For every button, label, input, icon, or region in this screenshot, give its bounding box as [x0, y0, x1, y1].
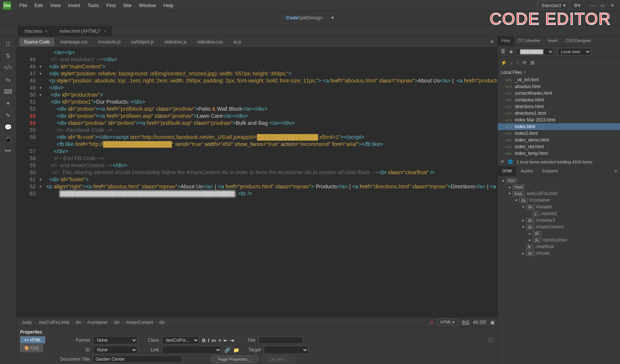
preview-icon[interactable]: ▣	[490, 320, 494, 325]
html-mode-button[interactable]: <> HTML	[20, 336, 45, 344]
mobile-icon[interactable]: 📱	[4, 134, 13, 143]
link-folder-icon[interactable]: 📁	[233, 347, 239, 353]
source-tab[interactable]: Source Code	[19, 38, 54, 46]
manage-sites-icon[interactable]: ⇅	[4, 51, 13, 60]
link-chain-icon[interactable]: 🔗	[224, 347, 230, 353]
put-icon[interactable]: ↓	[510, 60, 513, 65]
file-row[interactable]: </>index_demo.html	[498, 137, 620, 143]
brush-icon[interactable]: ✎	[4, 111, 13, 120]
error-icon[interactable]: ⊘	[430, 320, 434, 325]
breadcrumb-item[interactable]: div	[156, 319, 168, 326]
help-icon[interactable]: ⓘ	[488, 337, 493, 344]
minimize-icon[interactable]: —	[588, 2, 598, 9]
source-tab[interactable]: swfobject.js	[127, 38, 159, 46]
panel-tab[interactable]: Insert	[544, 36, 562, 46]
file-row[interactable]: </>index Mar 2013.html	[498, 117, 620, 123]
menu-icon[interactable]: ≡	[612, 167, 620, 176]
breadcrumb-item[interactable]: #mainContent	[123, 319, 156, 326]
dom-tab[interactable]: Snippets	[538, 167, 562, 176]
source-tab[interactable]: al.js	[229, 38, 246, 46]
view-code[interactable]: Code	[286, 15, 298, 20]
file-row[interactable]: </>contactthanks.html	[498, 90, 620, 97]
class-select[interactable]: twoColFix...	[162, 336, 199, 344]
dom-node[interactable]: ▾div#header	[498, 204, 620, 210]
breadcrumb-item[interactable]: .twoColFixLtHdr	[35, 319, 72, 326]
file-icon[interactable]: 🗋	[4, 39, 13, 48]
panel-tab[interactable]: CSS Designer	[562, 36, 595, 46]
filter-icon[interactable]: ▼	[490, 39, 494, 45]
dom-tab[interactable]: DOM	[498, 167, 516, 176]
keyboard-icon[interactable]: ⌨	[4, 87, 13, 96]
insert-mode[interactable]: INS	[462, 320, 469, 325]
breadcrumb-item[interactable]: div	[111, 319, 123, 326]
menu-window[interactable]: Window	[135, 3, 160, 8]
indent-icon[interactable]: ⇥	[230, 338, 234, 343]
bold-icon[interactable]: B	[202, 338, 205, 343]
close-icon[interactable]: ✕	[607, 2, 617, 9]
link-select[interactable]	[162, 346, 221, 354]
id-select[interactable]: None	[93, 346, 137, 354]
connect-icon[interactable]: ⚡	[501, 60, 507, 65]
site-select[interactable]: ████████	[517, 48, 554, 55]
source-tab[interactable]: videobox.css	[193, 38, 227, 46]
menu-edit[interactable]: Edit	[31, 3, 46, 8]
refresh-icon[interactable]: ⟳	[523, 60, 527, 65]
breadcrumb-item[interactable]: body	[19, 319, 35, 326]
site-icon[interactable]: 🗄	[501, 49, 506, 54]
ul-icon[interactable]: ≔	[211, 338, 216, 343]
get-icon[interactable]: ↑	[517, 60, 519, 65]
dom-node[interactable]: br.clearfloat	[498, 243, 620, 250]
dom-node[interactable]: ▸div#productnav	[498, 237, 620, 243]
view-design[interactable]: Design	[308, 15, 322, 20]
dom-node[interactable]: ▸div	[498, 230, 620, 237]
file-row[interactable]: </>index_old.html	[498, 143, 620, 150]
dom-node[interactable]: ▾div#container	[498, 197, 620, 204]
menu-file[interactable]: File	[16, 3, 31, 8]
menu-insert[interactable]: Insert	[64, 3, 84, 8]
file-row[interactable]: </>directions1.html	[498, 110, 620, 117]
local-files-header[interactable]: Local Files ↑	[498, 68, 620, 77]
italic-icon[interactable]: I	[208, 338, 209, 343]
breadcrumb-item[interactable]: div	[72, 319, 84, 326]
target-select[interactable]	[264, 346, 308, 354]
dom-node[interactable]: p.mptext2	[498, 210, 620, 217]
dom-node[interactable]: ▸div#sidebar1	[498, 217, 620, 224]
close-tab-icon[interactable]: ×	[45, 29, 48, 33]
view-split[interactable]: Split	[298, 15, 307, 20]
sync-icon[interactable]: ⟳	[501, 159, 504, 164]
title-input[interactable]	[259, 337, 303, 344]
dom-tab[interactable]: Assets	[516, 167, 538, 176]
dom-node[interactable]: ▸div#footer	[498, 250, 620, 257]
menu-view[interactable]: View	[46, 3, 64, 8]
outdent-icon[interactable]: ⇤	[224, 338, 228, 343]
comment-icon[interactable]: 💬	[4, 123, 13, 131]
menu-find[interactable]: Find	[103, 3, 119, 8]
maximize-icon[interactable]: ▭	[598, 2, 607, 9]
menu-help[interactable]: Help	[160, 3, 177, 8]
document-tab[interactable]: index.html (XHTML)*×	[54, 26, 112, 36]
code-icon[interactable]: </>	[4, 63, 13, 72]
expand-icon[interactable]: ⊞	[530, 60, 535, 65]
document-tab[interactable]: .htaccess×	[18, 26, 53, 36]
ftp-icon[interactable]: ◈	[509, 49, 513, 54]
file-row[interactable]: </>directions.html	[498, 103, 620, 110]
file-row[interactable]: </>contactus.html	[498, 97, 620, 103]
settings-gear-icon[interactable]: ⚙▾	[574, 3, 581, 8]
source-tab[interactable]: videobox.js	[160, 38, 191, 46]
panel-tab[interactable]: Files	[498, 36, 514, 46]
dom-node[interactable]: ▸head	[498, 184, 620, 190]
source-tab[interactable]: mainpage.css	[56, 38, 92, 46]
split-icon[interactable]: ⇆	[4, 75, 13, 84]
panel-tab[interactable]: CC Libraries	[514, 36, 544, 46]
file-row[interactable]: </>index2.html	[498, 130, 620, 137]
file-row[interactable]: </>aboutus.html	[498, 83, 620, 90]
breadcrumb-item[interactable]: #container	[84, 319, 111, 326]
source-tab[interactable]: mootools.js	[94, 38, 125, 46]
file-row[interactable]: </>index_temp.html	[498, 150, 620, 157]
more-icon[interactable]: •••	[4, 146, 13, 155]
menu-site[interactable]: Site	[119, 3, 135, 8]
language-selector[interactable]: HTML ▾	[437, 319, 458, 326]
doc-title-input[interactable]	[93, 355, 182, 363]
dom-node[interactable]: ▾body.twoColFixLtHdr	[498, 190, 620, 197]
dom-node[interactable]: ▾html	[498, 178, 620, 184]
